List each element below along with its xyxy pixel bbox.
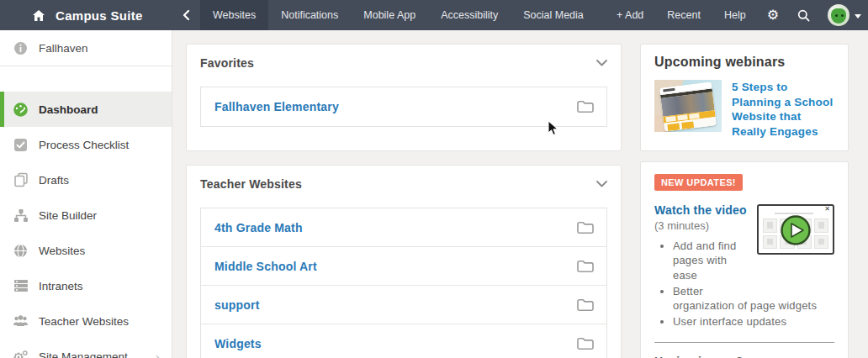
sitemap-icon <box>13 208 29 224</box>
list-item: support <box>201 286 606 324</box>
sidebar-item-label: Intranets <box>39 280 83 292</box>
chevron-down-icon[interactable] <box>596 181 607 187</box>
sidebar-item-drafts[interactable]: Drafts <box>0 162 172 197</box>
help-button[interactable]: Help <box>712 0 758 30</box>
server-icon <box>13 278 29 294</box>
search-icon[interactable] <box>788 0 819 30</box>
chevron-right-icon: › <box>156 350 160 358</box>
avatar-eye <box>841 14 844 17</box>
right-column: Upcoming webinars 5 Steps to Planning a … <box>640 44 849 358</box>
gauge-icon <box>13 102 29 118</box>
webinar-item: 5 Steps to Planning a School Website tha… <box>654 80 834 139</box>
campus-suite-app: Campus Suite Websites Notifications Mobi… <box>0 0 868 358</box>
teacher-websites-panel-header: Teacher Websites <box>200 176 607 192</box>
add-button[interactable]: + Add <box>605 0 655 30</box>
list-item: Middle School Art <box>201 247 606 286</box>
sidebar-site-label: Fallhaven <box>39 42 88 55</box>
sidebar-item-teacher-websites[interactable]: Teacher Websites <box>0 303 172 339</box>
panel-title: Teacher Websites <box>200 177 302 191</box>
updates-body: ✕ Watch the video (3 minutes) <box>654 203 834 329</box>
folder-icon[interactable] <box>576 99 595 114</box>
sidebar-item-dashboard[interactable]: Dashboard <box>0 92 172 127</box>
favorites-panel-header: Favorites <box>200 55 607 71</box>
main-column: Favorites Fallhaven Elementary <box>186 44 622 358</box>
webinar-thumbnail[interactable] <box>654 80 722 132</box>
tab-mobile-app[interactable]: Mobile App <box>351 0 428 30</box>
updates-card: NEW UPDATES! ✕ <box>640 161 849 358</box>
teacher-websites-list: 4th Grade Math Middle School Art <box>200 208 607 358</box>
folder-icon[interactable] <box>576 297 595 313</box>
play-icon[interactable] <box>780 214 812 250</box>
list-item: Widgets <box>201 324 606 358</box>
tab-notifications[interactable]: Notifications <box>268 0 351 30</box>
globe-icon <box>13 243 29 259</box>
sidebar-item-label: Site Management <box>39 350 128 358</box>
sidebar-item-label: Dashboard <box>39 103 98 116</box>
gears-icon <box>13 349 29 358</box>
close-icon[interactable]: ✕ <box>824 206 830 213</box>
checklist-icon <box>13 137 29 153</box>
update-bullet: User interface updates <box>673 314 834 329</box>
favorites-panel: Favorites Fallhaven Elementary <box>186 44 622 151</box>
collapse-sidebar-icon[interactable] <box>172 0 200 30</box>
left-sidebar: Fallhaven Dashboard Process Checklist <box>0 30 172 358</box>
video-preview[interactable]: ✕ <box>757 204 834 255</box>
sidebar-item-site-management[interactable]: Site Management › <box>0 339 172 358</box>
list-item: Fallhaven Elementary <box>201 87 606 126</box>
sidebar-item-websites[interactable]: Websites <box>0 233 172 268</box>
home-icon[interactable] <box>32 9 45 22</box>
panel-title: Favorites <box>200 56 254 70</box>
content-area: Favorites Fallhaven Elementary <box>172 30 868 358</box>
navbar-brand-area: Campus Suite <box>0 0 172 30</box>
avatar-character <box>831 8 846 24</box>
update-bullet: Better organization of page widgets <box>673 284 834 313</box>
people-icon <box>13 313 29 329</box>
watch-video-link[interactable]: Watch the video <box>654 203 747 217</box>
sidebar-divider <box>0 66 172 66</box>
sidebar-item-label: Teacher Websites <box>39 315 129 328</box>
teacher-websites-panel: Teacher Websites 4th Grade Math <box>186 165 622 358</box>
top-navbar: Campus Suite Websites Notifications Mobi… <box>0 0 868 30</box>
sidebar-item-site-builder[interactable]: Site Builder <box>0 197 172 233</box>
folder-icon[interactable] <box>576 336 595 351</box>
tab-accessibility[interactable]: Accessibility <box>428 0 511 30</box>
teacher-site-link[interactable]: Middle School Art <box>214 260 317 273</box>
webinar-link[interactable]: 5 Steps to Planning a School Website tha… <box>732 80 834 139</box>
teacher-site-link[interactable]: 4th Grade Math <box>214 221 303 234</box>
sidebar-item-intranets[interactable]: Intranets <box>0 268 172 303</box>
navbar-actions: + Add Recent Help ⚙ <box>605 0 868 30</box>
webinars-card: Upcoming webinars 5 Steps to Planning a … <box>640 44 849 151</box>
thumbnail-tablet <box>659 82 717 131</box>
drafts-icon <box>13 172 29 188</box>
sidebar-item-label: Websites <box>39 245 85 257</box>
having-issues-title: Having issues? <box>654 355 834 358</box>
sidebar-menu: Dashboard Process Checklist Drafts <box>0 92 172 358</box>
folder-icon[interactable] <box>576 259 595 274</box>
list-item: 4th Grade Math <box>201 208 606 247</box>
tab-websites[interactable]: Websites <box>200 0 268 30</box>
webinars-title: Upcoming webinars <box>654 55 834 70</box>
sidebar-item-label: Drafts <box>39 174 69 187</box>
folder-icon[interactable] <box>576 220 595 235</box>
navbar-spacer <box>596 0 605 30</box>
sidebar-item-label: Process Checklist <box>39 139 129 151</box>
teacher-site-link[interactable]: support <box>214 298 260 312</box>
tab-social-media[interactable]: Social Media <box>511 0 596 30</box>
new-updates-badge: NEW UPDATES! <box>654 174 743 191</box>
chevron-down-icon[interactable] <box>596 60 607 66</box>
recent-button[interactable]: Recent <box>655 0 712 30</box>
favorite-site-link[interactable]: Fallhaven Elementary <box>214 100 339 113</box>
caret-down-icon[interactable] <box>855 14 861 18</box>
sidebar-item-process-checklist[interactable]: Process Checklist <box>0 127 172 162</box>
user-avatar[interactable] <box>828 4 849 26</box>
avatar-eye <box>835 14 838 17</box>
settings-gear-icon[interactable]: ⚙ <box>758 0 788 30</box>
info-icon <box>13 40 29 56</box>
page-body: Fallhaven Dashboard Process Checklist <box>0 30 868 358</box>
sidebar-site-fallhaven[interactable]: Fallhaven <box>0 30 172 66</box>
favorites-list: Fallhaven Elementary <box>200 87 607 127</box>
divider <box>654 342 834 343</box>
app-title: Campus Suite <box>56 8 143 23</box>
sidebar-item-label: Site Builder <box>39 209 97 222</box>
teacher-site-link[interactable]: Widgets <box>214 337 262 350</box>
